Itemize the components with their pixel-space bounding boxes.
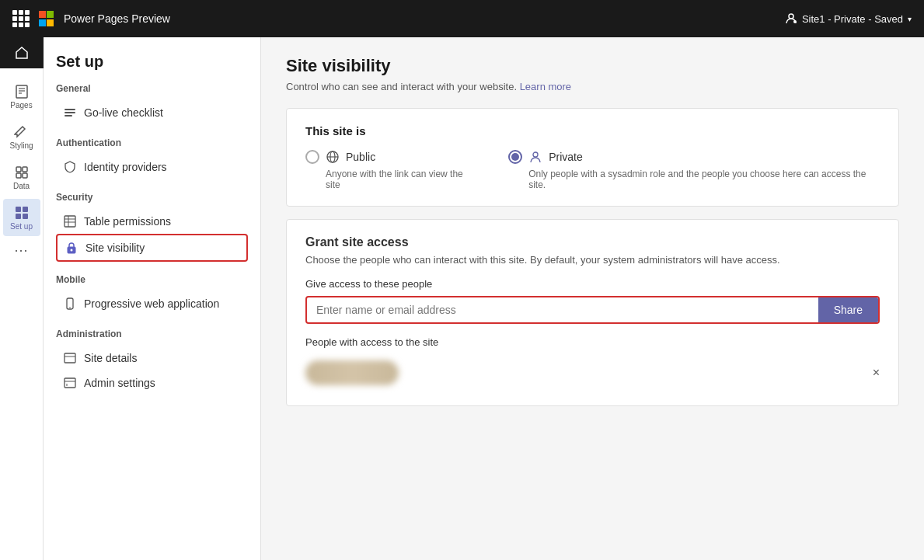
section-authentication: Authentication — [56, 137, 248, 148]
svg-rect-13 — [23, 214, 28, 219]
site-info[interactable]: Site1 - Private - Saved ▾ — [785, 12, 912, 25]
svg-point-0 — [789, 14, 793, 19]
sidebar-item-label: Identity providers — [84, 161, 167, 173]
shield-icon — [64, 161, 76, 173]
table-icon — [64, 215, 76, 228]
site-icon — [785, 12, 797, 25]
sidebar-item-site-details[interactable]: Site details — [56, 346, 248, 370]
people-with-access-label: People with access to the site — [305, 336, 880, 348]
mobile-icon — [64, 297, 76, 310]
info-icon — [64, 352, 76, 364]
svg-point-22 — [71, 249, 73, 252]
private-label: Private — [549, 151, 583, 163]
nav-item-styling[interactable]: Styling — [3, 118, 40, 155]
sidebar-item-label: Site details — [84, 352, 137, 364]
nav-label-data: Data — [13, 182, 30, 190]
svg-rect-9 — [23, 173, 27, 178]
nav-item-data[interactable]: Data — [3, 158, 40, 196]
give-access-label: Give access to these people — [305, 278, 880, 290]
settings-icon — [64, 377, 76, 389]
svg-rect-6 — [16, 167, 21, 172]
section-mobile: Mobile — [56, 274, 248, 285]
page-title: Site visibility — [286, 56, 899, 76]
microsoft-logo — [39, 11, 54, 26]
grant-access-title: Grant site access — [305, 235, 880, 249]
person-icon — [528, 150, 542, 164]
main-content: Site visibility Control who can see and … — [261, 37, 924, 560]
home-button[interactable] — [0, 37, 44, 68]
sidebar-item-go-live-checklist[interactable]: Go-live checklist — [56, 100, 248, 125]
access-email-input[interactable] — [307, 297, 812, 322]
svg-rect-11 — [23, 207, 28, 212]
access-input-row: Share — [305, 296, 880, 324]
grid-icon[interactable] — [12, 10, 30, 27]
app-title: Power Pages Preview — [64, 12, 170, 25]
learn-more-link[interactable]: Learn more — [520, 81, 571, 92]
svg-rect-14 — [65, 109, 75, 110]
section-security: Security — [56, 192, 248, 203]
svg-rect-10 — [16, 207, 21, 212]
svg-rect-12 — [16, 214, 21, 219]
list-icon — [64, 106, 76, 119]
topbar: Power Pages Preview Site1 - Private - Sa… — [0, 0, 924, 37]
sidebar-item-site-visibility[interactable]: Site visibility — [56, 234, 248, 262]
svg-rect-8 — [16, 173, 21, 178]
grant-access-description: Choose the people who can interact with … — [305, 254, 880, 266]
nav-more-button[interactable]: ··· — [14, 242, 28, 259]
sidebar-item-label: Progressive web application — [84, 297, 219, 310]
grant-access-card: Grant site access Choose the people who … — [286, 219, 899, 406]
svg-rect-2 — [16, 85, 27, 98]
public-label: Public — [346, 151, 375, 163]
visibility-radio-group: Public Anyone with the link can view the… — [305, 150, 880, 190]
sidebar-item-label: Site visibility — [85, 242, 145, 254]
home-icon — [15, 46, 29, 60]
sidebar-item-admin-settings[interactable]: Admin settings — [56, 370, 248, 395]
sidebar-item-label: Table permissions — [84, 215, 171, 228]
share-button[interactable]: Share — [818, 297, 878, 322]
nav-label-styling: Styling — [9, 141, 33, 150]
svg-rect-27 — [65, 378, 75, 388]
lock-icon — [65, 242, 78, 254]
svg-point-24 — [69, 307, 71, 308]
sidebar-item-label: Go-live checklist — [84, 106, 163, 119]
svg-rect-25 — [65, 353, 75, 363]
sidebar-title: Set up — [56, 53, 248, 71]
public-description: Anyone with the link can view the site — [326, 169, 477, 190]
visibility-option-public[interactable]: Public Anyone with the link can view the… — [305, 150, 477, 190]
section-administration: Administration — [56, 329, 248, 339]
visibility-option-private[interactable]: Private Only people with a sysadmin role… — [508, 150, 880, 190]
radio-public[interactable] — [305, 150, 319, 164]
sidebar-item-table-permissions[interactable]: Table permissions — [56, 209, 248, 234]
radio-private[interactable] — [508, 150, 522, 164]
sidebar-item-label: Admin settings — [84, 377, 155, 389]
nav-label-pages: Pages — [10, 101, 32, 110]
person-row: × — [305, 356, 880, 390]
svg-rect-17 — [65, 216, 75, 227]
section-general: General — [56, 83, 248, 94]
svg-rect-7 — [23, 167, 27, 172]
globe-icon — [326, 150, 340, 164]
private-description: Only people with a sysadmin role and the… — [528, 169, 880, 190]
svg-point-1 — [793, 20, 797, 23]
svg-rect-15 — [65, 112, 75, 113]
sidebar-item-progressive-web-app[interactable]: Progressive web application — [56, 291, 248, 316]
page-subtitle: Control who can see and interact with yo… — [286, 81, 899, 92]
left-nav: Pages Styling Data Set up ··· — [0, 37, 44, 560]
site-visibility-card: This site is Public Anyone with the link… — [286, 108, 899, 207]
chevron-down-icon[interactable]: ▾ — [908, 15, 912, 23]
nav-item-setup[interactable]: Set up — [3, 199, 40, 236]
remove-person-button[interactable]: × — [873, 366, 880, 380]
svg-point-33 — [533, 152, 538, 157]
this-site-is-label: This site is — [305, 124, 880, 137]
nav-item-pages[interactable]: Pages — [3, 78, 40, 115]
sidebar-item-identity-providers[interactable]: Identity providers — [56, 155, 248, 179]
svg-rect-16 — [65, 115, 72, 117]
sidebar: Set up General Go-live checklist Authent… — [44, 37, 261, 560]
avatar — [305, 360, 399, 385]
nav-label-setup: Set up — [10, 222, 33, 231]
